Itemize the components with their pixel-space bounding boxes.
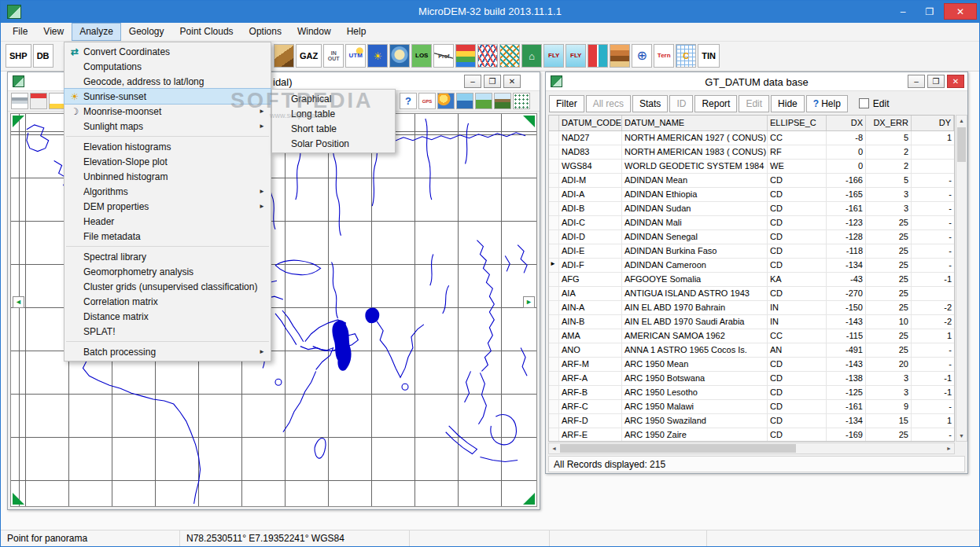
table-row[interactable]: NAD83NORTH AMERICAN 1983 ( CONUS)RF02 xyxy=(549,145,954,160)
land-image-button[interactable] xyxy=(475,93,492,109)
scroll-up-icon[interactable]: ▲ xyxy=(956,116,967,126)
pan-up-right-control[interactable] xyxy=(523,116,535,127)
save-button[interactable] xyxy=(30,93,47,109)
menu-item-cluster-grids-unsupervised-classification[interactable]: Cluster grids (unsupervised classificati… xyxy=(64,279,271,294)
table-row[interactable]: ADI-CADINDAN MaliCD-12325- xyxy=(549,216,954,230)
database-button[interactable]: DB xyxy=(33,44,53,68)
pan-right-control[interactable]: ► xyxy=(523,296,535,308)
menu-item-computations[interactable]: Computations xyxy=(64,59,271,74)
vertical-scrollbar[interactable]: ▲ ▼ xyxy=(956,115,967,442)
gps-button[interactable]: GPS xyxy=(418,93,436,109)
table-row[interactable]: ADI-DADINDAN SenegalCD-12825- xyxy=(549,230,954,244)
help-button[interactable]: ?Help xyxy=(806,95,848,112)
menu-help[interactable]: Help xyxy=(339,23,374,41)
all-recs-button[interactable]: All recs xyxy=(586,95,631,112)
terrain-category-button[interactable]: Tern xyxy=(654,44,674,68)
datum-window-title-bar[interactable]: GT_DATUM data base – ❐ ✕ xyxy=(546,72,967,91)
id-button[interactable]: ID xyxy=(669,95,693,112)
table-row[interactable]: ADI-MADINDAN MeanCD-1665- xyxy=(549,174,954,188)
submenu-item-short-table[interactable]: Short table xyxy=(272,121,395,136)
map-close-button[interactable]: ✕ xyxy=(503,75,521,88)
geology-section-button[interactable] xyxy=(455,44,476,68)
shapefile-button[interactable]: SHP xyxy=(6,44,31,68)
menu-item-splat[interactable]: SPLAT! xyxy=(64,324,271,339)
sun-map-button[interactable] xyxy=(437,93,455,109)
table-row[interactable]: WGS84WORLD GEODETIC SYSTEM 1984WE02 xyxy=(549,160,954,174)
map-minimize-button[interactable]: – xyxy=(464,75,481,88)
table-row[interactable]: ARF-CARC 1950 MalawiCD-1619- xyxy=(549,400,954,414)
menu-view[interactable]: View xyxy=(35,23,72,41)
table-row[interactable]: AFGAFGOOYE SomaliaKA-4325-1 xyxy=(549,273,954,287)
horizontal-scroll-thumb[interactable] xyxy=(560,444,796,453)
table-row[interactable]: ARF-BARC 1950 LesothoCD-1253-1 xyxy=(549,386,954,400)
table-row[interactable]: ANOANNA 1 ASTRO 1965 Cocos Is.AN-49125- xyxy=(549,343,954,358)
menu-item-sunlight-maps[interactable]: Sunlight maps► xyxy=(64,119,271,134)
menu-item-elevation-slope-plot[interactable]: Elevation-Slope plot xyxy=(64,154,271,169)
menu-item-elevation-histograms[interactable]: Elevation histograms xyxy=(64,139,271,154)
menu-item-geocode-address-to-lat-long[interactable]: Geocode, address to lat/long xyxy=(64,74,271,89)
gazetteer-button[interactable]: GAZ xyxy=(296,44,322,68)
terrain-image-button[interactable] xyxy=(494,93,511,109)
menu-item-spectral-library[interactable]: Spectral library xyxy=(64,249,271,264)
in-out-button[interactable]: IN OUT xyxy=(323,44,344,68)
column-header-dx[interactable]: DX xyxy=(827,116,866,130)
mesh-red-button[interactable] xyxy=(477,44,498,68)
table-row[interactable]: ARF-AARC 1950 BotswanaCD-1383-1 xyxy=(549,372,954,386)
table-row[interactable]: AIAANTIGUA ISLAND ASTRO 1943CD-27025 xyxy=(549,287,954,301)
menu-item-convert-coordinates[interactable]: ⇄Convert Coordinates xyxy=(64,44,271,59)
grid-c-button[interactable]: C xyxy=(676,44,696,68)
mesh-orange-button[interactable] xyxy=(499,44,520,68)
maximize-button[interactable]: ❐ xyxy=(917,3,942,20)
datum-close-button[interactable]: ✕ xyxy=(947,75,964,88)
fly-through-button-2[interactable]: FLY xyxy=(566,44,586,68)
pan-down-right-control[interactable] xyxy=(523,493,535,505)
menu-item-geomorphometry-analysis[interactable]: Geomorphometry analysis xyxy=(64,264,271,279)
pan-down-left-control[interactable] xyxy=(13,493,24,505)
edit-button[interactable]: Edit xyxy=(739,95,769,112)
column-header-datum-name[interactable]: DATUM_NAME xyxy=(622,116,768,130)
menu-item-correlation-matrix[interactable]: Correlation matrix xyxy=(64,294,271,309)
scroll-down-icon[interactable]: ▼ xyxy=(956,431,967,441)
water-map-button[interactable] xyxy=(456,93,473,109)
stats-button[interactable]: Stats xyxy=(632,95,668,112)
menu-item-unbinned-histogram[interactable]: Unbinned histogram xyxy=(64,169,271,184)
anaglyph-button[interactable] xyxy=(588,44,608,68)
datum-minimize-button[interactable]: – xyxy=(908,75,925,88)
map-help-button[interactable]: ? xyxy=(400,93,417,109)
table-row[interactable]: ARF-DARC 1950 SwazilandCD-134151 xyxy=(549,414,954,428)
menu-geology[interactable]: Geology xyxy=(121,23,172,41)
hide-button[interactable]: Hide xyxy=(771,95,805,112)
table-row[interactable]: ARF-EARC 1950 ZaireCD-16925- xyxy=(549,428,954,442)
table-row[interactable]: ARF-MARC 1950 MeanCD-14320- xyxy=(549,358,954,372)
minimize-button[interactable]: – xyxy=(890,3,916,20)
fly-through-button-1[interactable]: FLY xyxy=(543,44,564,68)
table-row[interactable]: ADI-EADINDAN Burkina FasoCD-11825- xyxy=(549,244,954,259)
filter-button[interactable]: Filter xyxy=(549,95,584,112)
column-header-dx-err[interactable]: DX_ERR xyxy=(866,116,912,130)
map-maximize-button[interactable]: ❐ xyxy=(484,75,501,88)
scroll-left-icon[interactable]: ◄ xyxy=(549,443,559,453)
edit-checkbox-group[interactable]: Edit xyxy=(859,98,890,109)
table-row[interactable]: NAD27NORTH AMERICAN 1927 ( CONUS)CC-851 xyxy=(549,131,954,145)
title-bar[interactable]: MicroDEM-32 build 2013.11.1.1 – ❐ ✕ xyxy=(1,1,979,23)
line-of-sight-button[interactable]: LOS xyxy=(411,44,432,68)
point-pattern-button[interactable] xyxy=(513,93,530,109)
table-row[interactable]: ADI-BADINDAN SudanCD-1613- xyxy=(549,202,954,216)
terrain-profile-button[interactable]: Prof xyxy=(433,44,454,68)
menu-window[interactable]: Window xyxy=(289,23,339,41)
menu-point-clouds[interactable]: Point Clouds xyxy=(172,23,241,41)
column-header-datum-code[interactable]: DATUM_CODE xyxy=(559,116,622,130)
menu-options[interactable]: Options xyxy=(241,23,289,41)
table-row[interactable]: ADI-AADINDAN EthiopiaCD-1653- xyxy=(549,188,954,202)
sun-position-button[interactable]: ☀ xyxy=(367,44,388,68)
menu-item-file-metadata[interactable]: File metadata xyxy=(64,229,271,244)
world-outline-button[interactable] xyxy=(389,44,410,68)
tin-button[interactable]: TIN xyxy=(698,44,720,68)
column-header-ellipse-c[interactable]: ELLIPSE_C xyxy=(768,116,827,130)
layers-button[interactable] xyxy=(610,44,630,68)
menu-analyze[interactable]: Analyze xyxy=(72,23,121,41)
edit-checkbox[interactable] xyxy=(859,98,869,108)
close-button[interactable]: ✕ xyxy=(944,3,977,20)
menu-item-header[interactable]: Header xyxy=(64,214,271,229)
column-header-dy[interactable]: DY xyxy=(912,116,954,130)
